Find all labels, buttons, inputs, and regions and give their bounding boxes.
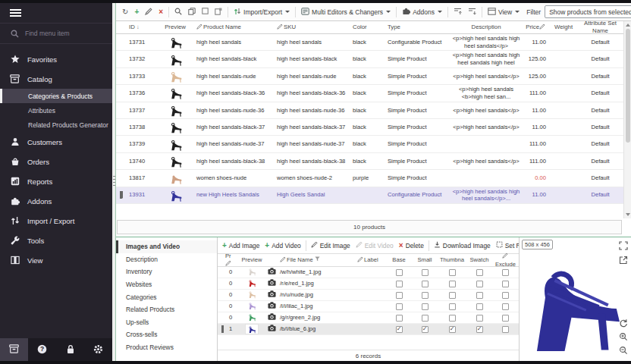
tab-up-sells[interactable]: Up-sells xyxy=(116,316,217,329)
delete-product-button[interactable]: × xyxy=(156,7,165,17)
column-header-description[interactable]: Description xyxy=(450,24,523,31)
addons-menu[interactable]: Addons xyxy=(400,5,444,18)
product-row-13931[interactable]: 13931 new High Heels SandalsHigh Geels S… xyxy=(116,187,623,204)
tab-cross-sells[interactable]: Cross-sells xyxy=(116,328,217,341)
filter-select[interactable]: Show products from selected categories xyxy=(545,5,631,18)
column-header-thumbnail[interactable]: Thumbna xyxy=(438,256,466,263)
multi-editors-menu[interactable]: Multi Editors & Changers xyxy=(299,6,393,18)
checkbox-cell[interactable] xyxy=(492,281,519,287)
column-header-price[interactable]: Price xyxy=(523,24,550,32)
image-row-b-l-blue-6-jpg[interactable]: 1 /b/l/blue_6.jpg✓✓✓✓ xyxy=(218,324,519,335)
sidebar-item-attributes[interactable]: Attributes xyxy=(0,103,112,118)
store-button[interactable] xyxy=(0,338,28,361)
column-header-color[interactable]: Color xyxy=(351,24,386,31)
checkbox-cell[interactable]: ✓ xyxy=(386,326,412,333)
help-button[interactable]: ? xyxy=(28,338,56,361)
checkbox-cell[interactable] xyxy=(412,303,438,310)
checkbox-cell[interactable] xyxy=(492,292,519,299)
checkbox-cell[interactable] xyxy=(412,315,438,322)
column-header-attribute-set[interactable]: Attribute Set Name xyxy=(577,20,623,34)
sidebar-item-favorites[interactable]: Favorites xyxy=(0,49,112,69)
collapse-groups-button[interactable] xyxy=(451,6,464,18)
checkbox-cell[interactable] xyxy=(466,269,492,276)
zoom-out-icon[interactable] xyxy=(618,345,628,355)
column-header-product-name[interactable]: Product Name xyxy=(195,24,275,32)
add-product-button[interactable]: + xyxy=(132,7,141,17)
product-row-13731[interactable]: 13731 high heel sandalshigh heel sandals… xyxy=(116,34,623,51)
sidebar-item-orders[interactable]: Orders xyxy=(0,152,112,171)
image-row-n-u-nude-jpg[interactable]: 0 /n/u/nude.jpg xyxy=(218,290,519,301)
image-row-r-e-red-1-jpg[interactable]: 0 /r/e/red_1.jpg xyxy=(218,278,519,290)
settings-button[interactable] xyxy=(84,338,112,361)
image-row-l-i-lilac-1-jpg[interactable]: 0 /l/i/lilac_1.jpg xyxy=(218,301,519,312)
column-header-small[interactable]: Small xyxy=(412,256,438,263)
checkbox-cell[interactable] xyxy=(492,269,519,276)
checkbox-cell[interactable] xyxy=(386,315,412,322)
search-products-button[interactable] xyxy=(172,6,184,18)
checkbox-cell[interactable] xyxy=(438,292,466,299)
copy-button[interactable] xyxy=(186,6,198,18)
sidebar-item-related-products-generator[interactable]: Related Products Generator xyxy=(0,118,112,132)
column-header-preview[interactable]: Preview xyxy=(155,24,195,31)
checkbox-cell[interactable] xyxy=(438,269,466,276)
product-row-13737[interactable]: 13737 high heel sandals-nude-36high heel… xyxy=(116,102,623,119)
checkbox-cell[interactable] xyxy=(386,303,412,310)
checkbox-cell[interactable] xyxy=(466,315,492,322)
column-header-label[interactable]: Label xyxy=(356,256,386,264)
add-video-button[interactable]: +Add Video xyxy=(262,240,303,251)
edit-image-button[interactable]: Edit Image xyxy=(309,240,353,251)
checkbox-cell[interactable]: ✓ xyxy=(412,326,438,333)
vertical-scrollbar[interactable] xyxy=(623,21,631,218)
delete-button[interactable]: ×Delete xyxy=(397,240,426,251)
sidebar-item-reports[interactable]: Reports xyxy=(0,171,112,191)
product-row-13740[interactable]: 13740 high heel sandals-black-38high hee… xyxy=(116,153,623,170)
sidebar-item-import-export[interactable]: Import / Export xyxy=(0,211,112,231)
sidebar-item-customers[interactable]: Customers xyxy=(0,132,112,152)
product-row-13736[interactable]: 13736 high heel sandals-black-36high hee… xyxy=(116,85,623,102)
sidebar-item-catalog[interactable]: Catalog xyxy=(0,69,112,89)
refresh-button[interactable]: ↻ xyxy=(120,7,130,17)
checkbox-cell[interactable] xyxy=(412,292,438,299)
image-row-g-r-green-2-jpg[interactable]: 0 /g/r/green_2.jpg xyxy=(218,312,519,324)
checkbox-cell[interactable] xyxy=(412,281,438,287)
duplicate-button[interactable] xyxy=(212,6,224,18)
tab-product-reviews[interactable]: Product Reviews xyxy=(116,341,217,354)
product-row-13739[interactable]: 13739 high heel sandals-nude-37high heel… xyxy=(116,136,623,152)
column-header-file-name[interactable]: File Name xyxy=(278,256,356,264)
add-image-button[interactable]: +Add Image xyxy=(220,240,262,251)
column-header-exclude[interactable]: Exclude xyxy=(492,253,519,268)
checkbox-cell[interactable] xyxy=(412,269,438,276)
open-external-icon[interactable] xyxy=(618,255,628,265)
checkbox-cell[interactable] xyxy=(466,281,492,287)
tab-images-and-video[interactable]: Images and Video xyxy=(116,240,217,253)
view-menu[interactable]: View xyxy=(485,6,522,18)
checkbox-cell[interactable] xyxy=(466,303,492,310)
product-row-13733[interactable]: 13733 high heel sandals-nudehigh heel sa… xyxy=(116,68,623,85)
fullscreen-icon[interactable] xyxy=(618,240,628,250)
column-header-swatch[interactable]: Swatch xyxy=(466,256,492,263)
column-header-weight[interactable]: Weight xyxy=(550,24,577,31)
tab-categories[interactable]: Categories xyxy=(116,290,217,303)
checkbox-cell[interactable] xyxy=(438,303,466,310)
edit-product-button[interactable] xyxy=(143,6,155,18)
lock-button[interactable] xyxy=(56,338,84,361)
import-export-menu[interactable]: Import/Export xyxy=(231,6,292,18)
image-row-w-h-white-1-jpg[interactable]: 0 /w/h/white_1.jpg xyxy=(218,267,519,278)
tab-inventory[interactable]: Inventory xyxy=(116,265,217,278)
checkbox-cell[interactable] xyxy=(492,315,519,322)
expand-groups-button[interactable] xyxy=(466,6,479,18)
select-cell-button[interactable] xyxy=(199,6,211,17)
column-header-id[interactable]: ID ↓ xyxy=(124,24,155,31)
sidebar-item-addons[interactable]: Addons xyxy=(0,191,112,211)
column-header-pr[interactable]: Pr xyxy=(224,253,237,268)
sidebar-item-tools[interactable]: Tools xyxy=(0,231,112,250)
set-resize-rule-button[interactable]: Set Resize Rule xyxy=(494,240,519,251)
column-header-type[interactable]: Type xyxy=(386,24,450,31)
download-image-button[interactable]: Download Image xyxy=(432,240,493,251)
checkbox-cell[interactable] xyxy=(386,292,412,299)
sidebar-item-categories-products[interactable]: Categories & Products xyxy=(0,89,112,103)
checkbox-cell[interactable] xyxy=(386,281,412,287)
checkbox-cell[interactable]: ✓ xyxy=(466,326,492,333)
tab-related-products[interactable]: Related Products xyxy=(116,303,217,316)
sidebar-search[interactable]: Find menu item xyxy=(0,24,112,44)
